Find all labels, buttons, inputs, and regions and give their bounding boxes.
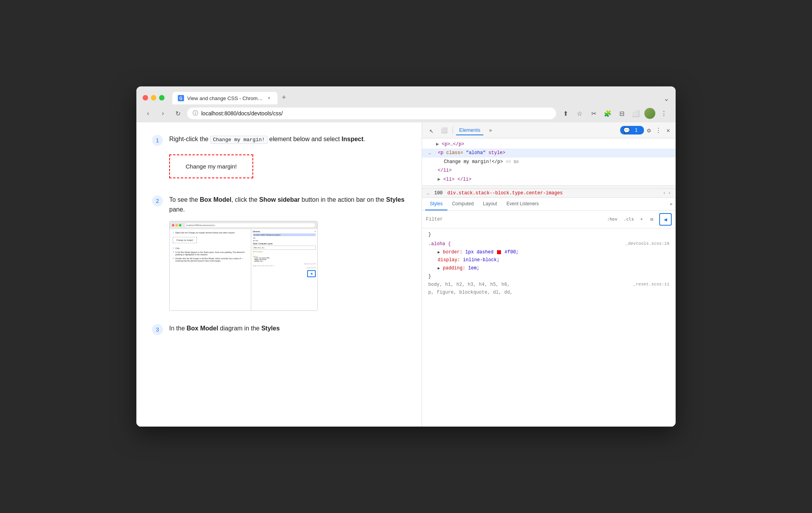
html-arrow-2[interactable]: ▶ [438,177,440,182]
mini-step4-text: Double-click the left margin in the Box … [175,257,248,262]
filter-input[interactable] [426,217,602,222]
tab-search-button[interactable]: ⊟ [616,108,627,119]
bookmark-button[interactable]: ☆ [574,108,585,119]
mini-step1-num: 1 [173,231,174,234]
cls-button[interactable]: .cls [622,216,636,222]
mini-page: 1 Right-click the Change my margin! elem… [170,229,251,310]
mini-step3-text: In the Box Model diagram in the Styles p… [175,251,248,256]
bc-nav-prev[interactable]: ‹ [663,190,666,196]
box-model-bold-2: Box Model [186,325,218,332]
mini-filter-bar: Filter :hov .cls + [253,246,316,250]
extensions-button[interactable]: 🧩 [602,108,613,119]
bc-nav-next[interactable]: › [668,190,671,196]
mini-address-bar: localhost:8080/docs/devtools/css [185,223,315,227]
mini-step2-num: 2 [173,247,174,249]
sidebar-toggle-button[interactable]: ◀ [659,213,672,226]
step-3-number: 3 [152,324,163,335]
tab-event-listeners[interactable]: Event Listeners [502,198,544,210]
step-3-text: In the Box Model diagram in the Styles [169,323,406,334]
change-margin-box[interactable]: Change my margin! [169,154,253,178]
close-window-button[interactable] [143,95,148,100]
toolbar-divider [453,126,453,134]
settings-button[interactable]: ⚙ [646,125,653,136]
html-line-2-selected[interactable]: … <p class= "aloha" style> [422,149,676,157]
mini-tl-green [179,224,181,226]
html-arrow-1[interactable]: ▶ [436,142,439,147]
more-tabs-button[interactable]: » [485,125,496,136]
step-1-number: 1 [152,135,163,146]
reset-source[interactable]: _reset.scss:11 [633,281,669,288]
inspect-element-button[interactable]: ↖ [426,125,437,136]
html-tag-p: <p>…</p> [442,142,464,147]
add-rule-button[interactable]: + [639,216,644,222]
bc-100[interactable]: 100 [434,190,443,196]
title-bar-top: G View and change CSS - Chrom… × + ⌄ [143,91,669,104]
html-more-icon: … [428,150,431,156]
mini-step4: 4 Double-click the left margin in the Bo… [173,257,248,262]
mini-dt-tabs: Styles Computed Layout [253,243,316,245]
refresh-button[interactable]: ↻ [172,108,183,119]
tab-styles[interactable]: Styles [425,198,447,210]
tab-close-button[interactable]: × [266,95,272,101]
computed-sidebar-icon[interactable]: ⊟ [647,215,656,224]
border-val: 1px dashed [465,249,496,255]
step-2-content: To see the Box Model, click the Show sid… [169,195,406,311]
html-indent-3 [428,159,444,165]
html-expand-p [428,142,436,147]
tutorial-screenshot: localhost:8080/docs/devtools/css 1 Right… [169,221,318,311]
mini-sidebar-toggle: ◀ [253,270,316,277]
display-val: inline-block; [463,257,500,263]
tab-computed[interactable]: Computed [447,198,478,210]
padding-expand[interactable]: ▶ [438,266,440,271]
styles-tabs-more[interactable]: » [670,201,672,207]
step-2-number: 2 [152,196,163,206]
forward-button[interactable]: › [157,108,168,119]
notification-badge: 💬 1 [620,126,644,135]
elements-tab[interactable]: Elements [456,126,483,135]
html-attr-class: class= [446,150,463,156]
mini-dt-tab-computed: Computed [258,243,266,245]
devtools-more-button[interactable]: ⋮ [654,125,663,136]
mini-step2-text: Click [175,247,180,249]
html-li-tag: <li> </li> [443,177,471,182]
inspect-bold: Inspect [342,136,363,142]
aloha-source[interactable]: _devtools.scss:19 [626,240,669,248]
box-model-bold-1: Box Model [200,196,231,203]
hov-button[interactable]: :hov [605,216,619,222]
security-icon: ⓘ [193,110,198,117]
address-input[interactable]: ⓘ localhost:8080/docs/devtools/css/ [187,108,556,119]
reset-selector: body, h1, h2, h3, h4, h5, h6, [428,282,510,287]
minimize-window-button[interactable] [151,95,156,100]
mini-dt-tab-styles: Styles [253,243,258,245]
reset-rule: body, h1, h2, h3, h4, h5, h6, _reset.scs… [422,280,676,298]
split-button[interactable]: ⬜ [630,108,641,119]
aloha-selector: .aloha { [428,241,451,247]
step-3: 3 In the Box Model diagram in the Styles [152,323,406,340]
color-swatch-red[interactable] [497,250,501,254]
device-toolbar-button[interactable]: ⬜ [438,125,449,136]
active-tab[interactable]: G View and change CSS - Chrom… × [172,92,277,104]
breadcrumb-more[interactable]: … [427,190,429,196]
notification-count: 1 [631,127,640,134]
reset-selector-2-line: p, figure, blockquote, dl, dd, [428,289,669,296]
mini-html-li: </li> [253,237,316,239]
html-indent-5 [428,177,438,182]
share-button[interactable]: ⬆ [560,108,571,119]
bc-selector[interactable]: div.stack.stack--block.type.center-image… [447,190,563,196]
border-expand[interactable]: ▶ [438,250,440,255]
maximize-window-button[interactable] [159,95,165,100]
new-tab-button[interactable]: + [277,91,290,104]
html-panel: ▶ <p>…</p> … <p class= "aloha" style> Ch… [422,138,676,186]
tab-layout[interactable]: Layout [478,198,502,210]
mini-html-class: <p class="aloha">Change my margin!< [254,234,281,236]
chrome-more-button[interactable]: ⋮ [658,108,669,119]
step-3-content: In the Box Model diagram in the Styles [169,323,406,340]
mini-devtools: Elements × <p class="aloha">Change my ma… [251,229,317,310]
devtools-close-button[interactable]: × [665,125,672,136]
scissors-button[interactable]: ✂ [588,108,599,119]
tab-menu-button[interactable]: ⌄ [664,94,669,103]
profile-button[interactable] [644,108,655,119]
back-button[interactable]: ‹ [143,108,154,119]
horizontal-scrollbar[interactable] [422,186,676,189]
sidebar-toggle-icon: ◀ [664,216,667,222]
